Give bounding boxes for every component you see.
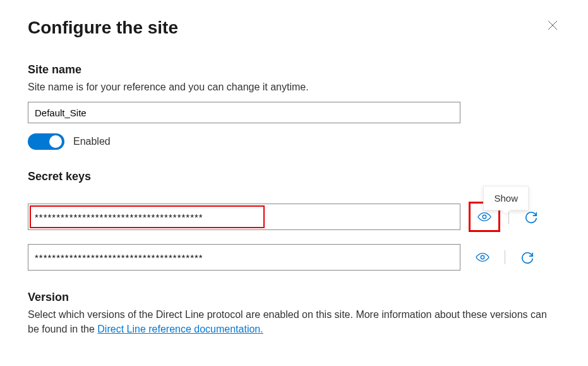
site-name-input[interactable] <box>28 102 460 123</box>
secret-keys-heading: Secret keys <box>28 170 560 183</box>
eye-icon <box>477 210 491 224</box>
site-name-description: Site name is for your reference and you … <box>28 80 560 94</box>
show-key-2-button[interactable] <box>472 247 493 268</box>
version-description: Select which versions of the Direct Line… <box>28 308 560 336</box>
direct-line-docs-link[interactable]: Direct Line reference documentation. <box>97 324 263 334</box>
secret-key-1-input[interactable] <box>28 204 460 230</box>
refresh-icon <box>524 210 538 224</box>
divider <box>505 250 505 264</box>
close-icon <box>548 20 558 30</box>
close-button[interactable] <box>545 18 560 33</box>
svg-point-2 <box>483 216 486 219</box>
enabled-toggle[interactable] <box>28 133 64 150</box>
refresh-icon <box>520 250 534 264</box>
page-title: Configure the site <box>28 18 178 38</box>
secret-key-2-input[interactable] <box>28 244 460 271</box>
enabled-toggle-label: Enabled <box>73 136 111 147</box>
site-name-heading: Site name <box>28 63 560 76</box>
svg-point-3 <box>481 256 484 260</box>
show-tooltip: Show <box>483 186 529 210</box>
version-heading: Version <box>28 291 560 304</box>
regenerate-key-2-button[interactable] <box>517 247 538 268</box>
eye-icon <box>476 250 489 264</box>
